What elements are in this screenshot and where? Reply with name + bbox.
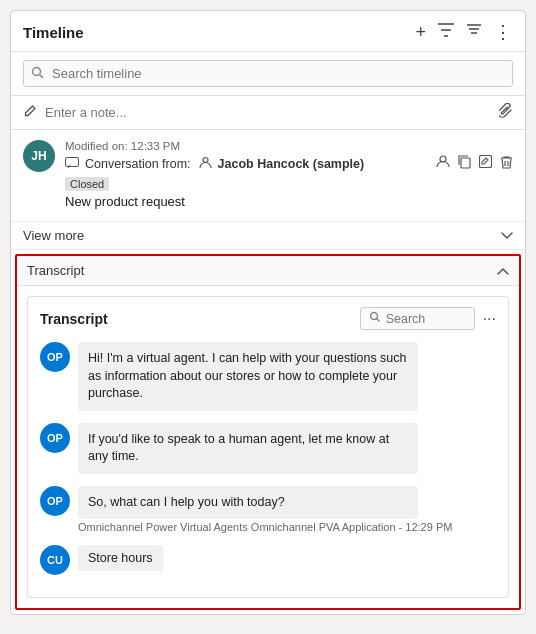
chat-bubble-wrapper-3: So, what can I help you with today? Omni… <box>78 486 452 534</box>
timeline-subject: New product request <box>65 194 513 209</box>
pencil-icon <box>23 104 37 121</box>
chat-meta-3: Omnichannel Power Virtual Agents Omnicha… <box>78 521 452 533</box>
assign-icon[interactable] <box>436 155 450 172</box>
timeline-item: JH Modified on: 12:33 PM Conversation fr… <box>11 130 525 222</box>
transcript-search-area: ··· <box>360 307 496 330</box>
chat-bubble-2: If you'd like to speak to a human agent,… <box>78 423 418 474</box>
chat-bubble-wrapper-2: If you'd like to speak to a human agent,… <box>78 423 418 474</box>
svg-rect-4 <box>461 158 470 168</box>
timeline-panel: Timeline + ⋮ JH <box>10 10 526 615</box>
transcript-section-label: Transcript <box>27 263 84 278</box>
transcript-more-icon[interactable]: ··· <box>483 310 496 328</box>
transcript-section-header: Transcript <box>17 256 519 286</box>
copy-icon[interactable] <box>458 155 471 172</box>
transcript-search-input[interactable] <box>386 312 466 326</box>
svg-point-0 <box>33 67 41 75</box>
op-avatar-3: OP <box>40 486 70 516</box>
op-avatar-2: OP <box>40 423 70 453</box>
sort-icon[interactable] <box>466 23 482 41</box>
timeline-action-icons <box>436 155 513 172</box>
chat-message-2: OP If you'd like to speak to a human age… <box>40 423 496 474</box>
timeline-from: Conversation from: Jacob Hancock (sample… <box>65 155 513 172</box>
search-icon <box>31 66 44 82</box>
svg-point-2 <box>203 157 208 162</box>
transcript-card: Transcript ··· OP Hi! <box>27 296 509 598</box>
conversation-label: Conversation from: <box>85 157 191 171</box>
view-more-label: View more <box>23 228 84 243</box>
chat-message-4: CU Store hours <box>40 545 496 575</box>
person-icon <box>199 156 212 172</box>
delete-icon[interactable] <box>500 155 513 172</box>
svg-rect-5 <box>480 156 492 168</box>
avatar: JH <box>23 140 55 172</box>
chat-bubble-4: Store hours <box>78 545 163 571</box>
op-avatar-1: OP <box>40 342 70 372</box>
search-icon-small <box>369 311 381 326</box>
chat-message-3: OP So, what can I help you with today? O… <box>40 486 496 534</box>
note-input-row <box>11 96 525 130</box>
transcript-card-title: Transcript <box>40 311 108 327</box>
conversation-icon <box>65 156 79 171</box>
transcript-card-header: Transcript ··· <box>40 307 496 330</box>
timeline-content: Modified on: 12:33 PM Conversation from:… <box>65 140 513 211</box>
search-timeline-input[interactable] <box>23 60 513 87</box>
edit-icon[interactable] <box>479 155 492 172</box>
panel-title: Timeline <box>23 24 84 41</box>
collapse-icon[interactable] <box>497 263 509 278</box>
transcript-search-box[interactable] <box>360 307 475 330</box>
cu-avatar: CU <box>40 545 70 575</box>
transcript-section: Transcript Transcript ··· <box>15 254 521 610</box>
attachment-icon[interactable] <box>499 103 513 122</box>
chat-message-1: OP Hi! I'm a virtual agent. I can help w… <box>40 342 496 411</box>
chat-messages: OP Hi! I'm a virtual agent. I can help w… <box>40 342 496 575</box>
chat-bubble-wrapper-1: Hi! I'm a virtual agent. I can help with… <box>78 342 418 411</box>
svg-rect-1 <box>66 158 79 167</box>
svg-point-6 <box>370 313 377 320</box>
timeline-search-bar <box>11 52 525 96</box>
chevron-down-icon <box>501 228 513 243</box>
chat-bubble-1: Hi! I'm a virtual agent. I can help with… <box>78 342 418 411</box>
panel-header: Timeline + ⋮ <box>11 11 525 52</box>
add-icon[interactable]: + <box>415 23 426 41</box>
status-badge: Closed <box>65 176 513 194</box>
user-name: Jacob Hancock (sample) <box>218 157 365 171</box>
chat-bubble-3: So, what can I help you with today? <box>78 486 418 520</box>
view-more-row[interactable]: View more <box>11 222 525 250</box>
header-icons: + ⋮ <box>415 21 513 43</box>
note-text-input[interactable] <box>45 105 491 120</box>
filter-icon[interactable] <box>438 23 454 41</box>
timeline-meta: Modified on: 12:33 PM <box>65 140 513 152</box>
more-options-icon[interactable]: ⋮ <box>494 21 513 43</box>
